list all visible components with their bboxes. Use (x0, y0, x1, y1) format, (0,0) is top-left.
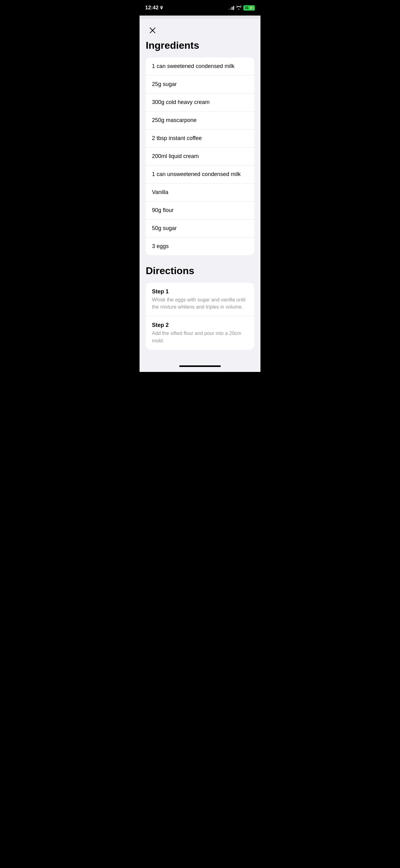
signal-bars (229, 6, 234, 10)
status-bar: 12:42 31 ⚡ (139, 0, 261, 16)
step-text: Add the sifted flour and pour into a 20c… (152, 330, 248, 344)
sheet-handle-area (139, 16, 261, 19)
close-icon (149, 27, 156, 34)
ingredients-card: 1 can sweetened condensed milk25g sugar3… (146, 57, 254, 255)
step-row: Step 2Add the sifted flour and pour into… (146, 316, 254, 349)
ingredients-title: Ingredients (146, 40, 254, 51)
ingredient-row: 300g cold heavy cream (146, 93, 254, 112)
directions-card: Step 1Whisk the eggs with sugar and vani… (146, 283, 254, 350)
time-display: 12:42 (145, 5, 159, 11)
directions-title: Directions (146, 265, 254, 277)
ingredient-row: 25g sugar (146, 75, 254, 93)
step-row: Step 1Whisk the eggs with sugar and vani… (146, 283, 254, 316)
ingredient-row: 2 tbsp instant coffee (146, 129, 254, 148)
status-time: 12:42 (145, 5, 163, 11)
ingredient-row: 1 can unsweetened condensed milk (146, 165, 254, 183)
battery-level: 31 (245, 6, 249, 10)
home-bar (179, 365, 221, 367)
ingredient-row: 200ml liquid cream (146, 148, 254, 165)
status-icons: 31 ⚡ (229, 5, 255, 10)
step-title: Step 1 (152, 288, 248, 295)
close-button[interactable] (146, 24, 159, 37)
main-content: Ingredients 1 can sweetened condensed mi… (139, 24, 261, 362)
ingredient-row: 50g sugar (146, 219, 254, 238)
ingredient-row: 90g flour (146, 202, 254, 219)
battery-indicator: 31 ⚡ (243, 5, 255, 10)
step-text: Whisk the eggs with sugar and vanilla un… (152, 296, 248, 310)
step-title: Step 2 (152, 322, 248, 329)
ingredient-row: Vanilla (146, 183, 254, 202)
phone-frame: 12:42 31 ⚡ (139, 0, 261, 372)
wifi-icon (236, 5, 241, 10)
home-indicator (139, 362, 261, 372)
ingredient-row: 3 eggs (146, 238, 254, 255)
ingredient-row: 250g mascarpone (146, 112, 254, 129)
location-icon (160, 6, 163, 10)
ingredient-row: 1 can sweetened condensed milk (146, 57, 254, 75)
battery-charging-icon: ⚡ (249, 6, 253, 10)
